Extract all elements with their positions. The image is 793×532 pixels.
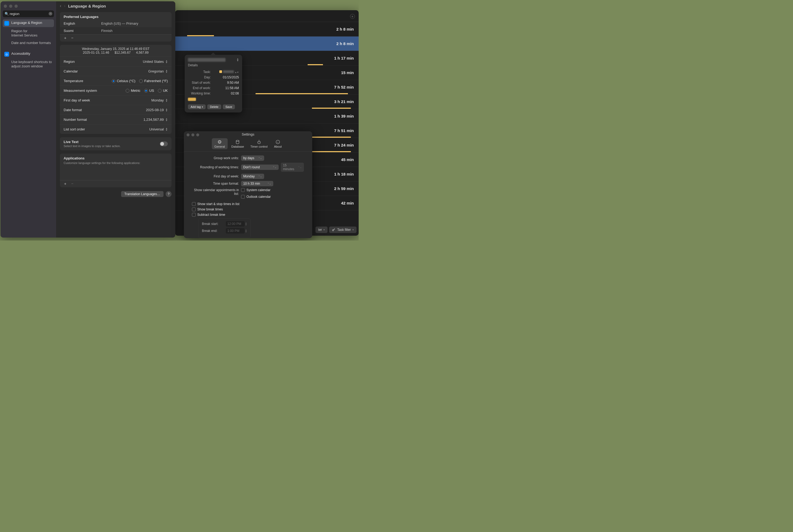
- add-app-button[interactable]: ＋: [63, 182, 68, 186]
- listsort-select[interactable]: Universal▲▼: [149, 127, 168, 131]
- calendar-select[interactable]: Gregorian▲▼: [148, 69, 168, 73]
- svg-point-1: [236, 140, 239, 141]
- region-settings-panel: Wednesday, January 15, 2025 at 11:46:49 …: [60, 45, 172, 134]
- search-field[interactable]: 🔍 ✕: [3, 11, 54, 17]
- working-value: 02:08: [231, 92, 239, 95]
- traffic-lights[interactable]: [4, 4, 54, 8]
- settings-tabs: ⚙General Database Timer control About: [184, 137, 312, 152]
- start-value[interactable]: 9:50 AM: [227, 81, 239, 84]
- temp-fahrenheit-radio[interactable]: Fahrenheit (°F): [139, 79, 168, 83]
- tab-general[interactable]: ⚙General: [212, 138, 228, 149]
- accessibility-icon: ◎: [4, 52, 9, 57]
- meas-uk-radio[interactable]: UK: [158, 89, 168, 93]
- key-icon: [332, 228, 336, 232]
- back-button[interactable]: ‹: [60, 3, 61, 8]
- tab-database[interactable]: Database: [229, 138, 247, 149]
- firstday-select[interactable]: Monday▲▼: [151, 98, 168, 102]
- delete-button[interactable]: Delete: [207, 104, 221, 109]
- group-units-select[interactable]: by days⌃⌄: [241, 155, 264, 161]
- remove-language-button[interactable]: −: [70, 36, 74, 40]
- live-text-panel: Live Text Select text in images to copy …: [60, 137, 172, 150]
- sidebar-item-region-internet[interactable]: Region for Internet Services: [3, 27, 54, 39]
- forward-button: ›: [64, 3, 65, 8]
- search-icon: 🔍: [4, 12, 9, 16]
- details-tab[interactable]: Details: [188, 63, 239, 67]
- first-day-select[interactable]: Monday⌃⌄: [241, 174, 264, 179]
- settings-content: ‹ › Language & Region Preferred Language…: [56, 1, 175, 238]
- remove-app-button: −: [70, 182, 74, 186]
- break-time-box: Break start:▲▼ Break end:▲▼: [199, 218, 250, 238]
- system-settings-window: 🔍 ✕ 🌐 Language & Region Region for Inter…: [1, 1, 175, 238]
- filter-pill-1[interactable]: ter▾: [316, 227, 327, 233]
- system-calendar-checkbox[interactable]: [241, 188, 245, 192]
- stopwatch-icon: [257, 139, 262, 145]
- meas-metric-radio[interactable]: Metric: [126, 89, 140, 93]
- show-start-stop-checkbox[interactable]: [192, 202, 196, 206]
- show-break-times-checkbox[interactable]: [192, 208, 196, 211]
- format-preview: Wednesday, January 15, 2025 at 11:46:49 …: [60, 45, 172, 57]
- break-start-input[interactable]: [226, 221, 245, 227]
- tab-timer-control[interactable]: Timer control: [248, 138, 270, 149]
- time-entry-row[interactable]: 2 h 8 min: [175, 22, 359, 37]
- break-end-input[interactable]: [226, 228, 245, 233]
- chevron-down-icon: ▾: [323, 228, 325, 231]
- outlook-calendar-checkbox[interactable]: [241, 195, 245, 198]
- rounding-minutes-select: 15 minutes⌃⌄: [281, 163, 304, 172]
- stepper-icon[interactable]: ▲▼: [245, 229, 247, 233]
- sidebar-item-accessibility[interactable]: ◎ Accessibility: [3, 50, 54, 58]
- sidebar-item-language-region[interactable]: 🌐 Language & Region: [3, 19, 54, 27]
- entry-details-popover: ▲▼ Details Task: ▲▼ Day:01/15/2025 Start…: [185, 55, 242, 112]
- popover-title: [188, 58, 226, 62]
- temp-celsius-radio[interactable]: Celsius (°C): [112, 79, 135, 83]
- page-title: Language & Region: [68, 4, 106, 8]
- tyme-settings-window: Settings ⚙General Database Timer control…: [184, 131, 312, 238]
- stepper-icon[interactable]: ▲▼: [245, 222, 247, 226]
- subtract-break-checkbox[interactable]: [192, 213, 196, 216]
- save-button[interactable]: Save: [223, 104, 235, 109]
- applications-panel: Applications Customize language settings…: [60, 154, 172, 187]
- chevron-down-icon: ▾: [353, 228, 354, 231]
- tyme-toolbar: ≡: [175, 10, 359, 22]
- region-select[interactable]: United States▲▼: [143, 60, 168, 63]
- numberformat-select[interactable]: 1,234,567.89▲▼: [143, 118, 168, 121]
- meas-us-radio[interactable]: US: [144, 89, 154, 93]
- add-tag-button[interactable]: Add tag▾: [188, 104, 206, 109]
- window-title: Settings: [184, 131, 312, 136]
- gear-icon: ⚙: [218, 139, 222, 145]
- translation-languages-button[interactable]: Translation Languages…: [121, 191, 164, 197]
- database-icon: [235, 139, 240, 145]
- live-text-toggle[interactable]: [160, 141, 168, 146]
- info-icon: [276, 139, 280, 145]
- end-value[interactable]: 11:58 AM: [225, 86, 239, 90]
- timespan-select[interactable]: 10 h 33 min⌃⌄: [241, 181, 273, 186]
- help-button[interactable]: ?: [166, 191, 172, 197]
- rounding-select[interactable]: Don't round⌃⌄: [241, 165, 279, 170]
- stepper-icon[interactable]: ▲▼: [237, 58, 239, 62]
- entry-tag[interactable]: [188, 98, 196, 101]
- tyme-footer: ter▾ Task filter▾: [316, 227, 357, 233]
- sidebar-item-date-number-formats[interactable]: Date and number formats: [3, 39, 54, 46]
- dateformat-select[interactable]: 2025-08-19▲▼: [146, 108, 168, 112]
- task-value[interactable]: ▲▼: [219, 70, 239, 74]
- language-row[interactable]: EnglishEnglish (US) — Primary: [60, 20, 172, 27]
- sidebar-item-zoom-shortcuts[interactable]: Use keyboard shortcuts to adjust zoom wi…: [3, 58, 54, 70]
- time-entry-row[interactable]: 2 h 8 min: [175, 37, 359, 51]
- svg-point-0: [333, 229, 334, 231]
- globe-icon: 🌐: [4, 21, 9, 26]
- settings-sidebar: 🔍 ✕ 🌐 Language & Region Region for Inter…: [1, 1, 56, 238]
- add-language-button[interactable]: ＋: [63, 36, 68, 40]
- clear-search-icon[interactable]: ✕: [49, 12, 52, 16]
- task-filter-pill[interactable]: Task filter▾: [329, 227, 357, 233]
- traffic-lights[interactable]: [187, 133, 199, 136]
- content-titlebar: ‹ › Language & Region: [56, 1, 175, 11]
- task-color-dot: [219, 70, 222, 73]
- language-row[interactable]: SuomiFinnish: [60, 27, 172, 34]
- day-value[interactable]: 01/15/2025: [223, 75, 239, 79]
- menu-icon[interactable]: ≡: [350, 14, 355, 19]
- search-input[interactable]: [3, 11, 54, 17]
- preferred-languages-panel: Preferred Languages EnglishEnglish (US) …: [60, 12, 172, 42]
- tab-about[interactable]: About: [271, 138, 285, 149]
